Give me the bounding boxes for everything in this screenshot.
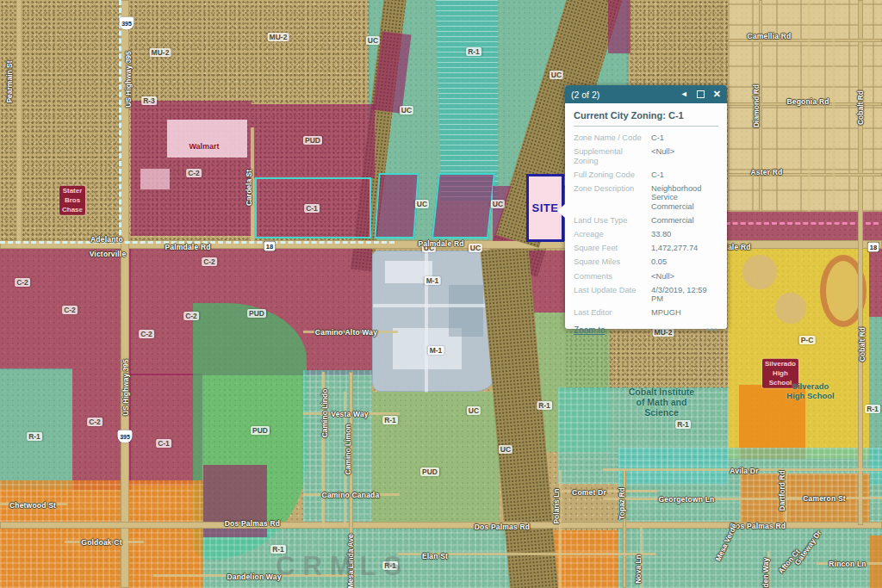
m1-drive-h xyxy=(373,304,499,307)
parcel-outlined-3[interactable] xyxy=(432,173,495,238)
field-label: Land Use Type xyxy=(574,216,648,226)
m1-yard xyxy=(449,285,483,337)
field-value: <Null> xyxy=(651,147,718,165)
field-label: Full Zoning Code xyxy=(574,170,648,180)
road-label: Comet Dr xyxy=(572,488,606,497)
zone-m1-industrial[interactable] xyxy=(372,251,498,392)
zone-label: R-1 xyxy=(537,401,552,410)
zone-label: P-C xyxy=(799,336,816,344)
field-value: MPUGH xyxy=(651,308,718,318)
zone-label: C-2 xyxy=(186,169,202,177)
field-value: 1,472,277.74 xyxy=(651,244,718,253)
popup-fields: Zone Name / CodeC-1 Supplemental Zoning<… xyxy=(574,133,718,318)
us395-shield: 395 xyxy=(118,430,133,443)
previous-feature-icon[interactable]: ◄ xyxy=(680,90,688,98)
zone-label: M-1 xyxy=(428,346,444,355)
zoning-info-popup[interactable]: (2 of 2) ◄ ✕ Current City Zoning: C-1 Zo… xyxy=(565,85,727,329)
road-cobalt xyxy=(858,0,863,525)
road-label: Camellia Rd xyxy=(748,32,792,40)
popup-body: Current City Zoning: C-1 Zone Name / Cod… xyxy=(565,103,727,335)
road-label: Aster Rd xyxy=(750,168,782,176)
zone-maroon-west-lower[interactable] xyxy=(129,374,202,486)
crmls-watermark: CRMLS xyxy=(276,551,409,582)
road-label: Dos Palmas Rd xyxy=(225,519,280,528)
site-label: SITE xyxy=(532,201,559,214)
field-label: Comments xyxy=(574,272,648,282)
field-value: <Null> xyxy=(651,272,718,282)
zone-label: R-3 xyxy=(141,96,157,105)
field-label: Acreage xyxy=(574,230,648,239)
road-label: Chetwood St xyxy=(9,501,56,510)
road-label: Camino Canada xyxy=(322,491,380,499)
street-label-vertical: Diamond Rd xyxy=(752,84,761,127)
street-label-vertical: Cobalt Rd xyxy=(858,327,866,362)
zone-camino-tract[interactable] xyxy=(303,370,372,527)
popup-divider xyxy=(574,126,718,127)
street-label-vertical: Nova Ln xyxy=(634,554,643,584)
zone-striped-field[interactable] xyxy=(436,0,498,201)
popup-pager: (2 of 2) xyxy=(571,90,599,100)
zone-label: UC xyxy=(400,106,413,115)
zone-label: C-2 xyxy=(62,306,78,314)
street-label-vertical: Eden Way xyxy=(761,558,770,588)
zone-label: R-1 xyxy=(865,405,880,413)
zone-label: PUD xyxy=(303,136,322,145)
road-label: Goldoak Ct xyxy=(81,538,121,547)
field-label: Square Miles xyxy=(574,257,648,267)
zone-label: UC xyxy=(366,36,380,45)
field-value: Neighborhood Service Commercial xyxy=(651,184,718,212)
field-label: Zone Name / Code xyxy=(574,133,648,143)
zone-maroon-ne-sliver[interactable] xyxy=(608,0,630,53)
field-value: 4/3/2019, 12:59 PM xyxy=(651,286,718,304)
popup-footer: Zoom to ••• xyxy=(574,325,718,335)
field-label: Square Feet xyxy=(574,244,648,253)
field-value: Commercial xyxy=(651,216,718,226)
road-label: Palmdale Rd xyxy=(165,243,210,251)
street-label-vertical: Dartford Rd xyxy=(778,470,786,511)
street-label-vertical: Pearmain St xyxy=(5,60,14,102)
zone-label: R-1 xyxy=(382,416,398,424)
road-label: Begonia Rd xyxy=(786,97,829,106)
zoning-map-canvas[interactable]: 395 395 18 18 MU-2MU-2R-3C-2PUDC-1UCR-1U… xyxy=(0,0,882,588)
field-label: Last Update Date xyxy=(574,286,648,304)
road-label: Georgetown Ln xyxy=(659,495,715,504)
road-label: Cameron St xyxy=(803,494,846,503)
maximize-icon[interactable] xyxy=(697,90,705,98)
field-value: 33.80 xyxy=(651,230,718,239)
zone-label: R-1 xyxy=(466,47,481,56)
zone-r1-west[interactable] xyxy=(0,368,72,489)
zone-label: UC xyxy=(469,244,482,252)
field-label: Last Editor xyxy=(574,308,648,318)
baseball-field xyxy=(775,293,806,324)
zone-orange-bottom-left[interactable] xyxy=(0,480,203,588)
us395-shield: 395 xyxy=(120,17,134,30)
zoom-to-link[interactable]: Zoom to xyxy=(574,325,606,335)
poi-silverado-plain: Silverado High School xyxy=(786,382,834,401)
road-ne-lane xyxy=(808,0,811,212)
zone-label: C-2 xyxy=(202,257,217,266)
road-label: Victorville xyxy=(90,250,127,258)
zone-label: C-2 xyxy=(183,312,199,320)
road-label: Vesta Way xyxy=(331,410,369,418)
road-label: Dandelion Way xyxy=(227,573,281,581)
zone-label: R-1 xyxy=(27,432,42,441)
zone-label: MU-2 xyxy=(150,48,171,57)
road-label: Adelanto xyxy=(90,235,123,244)
close-icon[interactable]: ✕ xyxy=(713,90,721,99)
popup-header[interactable]: (2 of 2) ◄ ✕ xyxy=(565,85,727,103)
walmart-building xyxy=(167,120,247,158)
zone-maroon-far-east-sliver[interactable] xyxy=(869,248,882,317)
zone-label: PUD xyxy=(251,426,270,435)
zone-label: C-2 xyxy=(87,418,102,426)
parcel-outlined-2[interactable] xyxy=(374,173,419,238)
street-label-vertical: Topaz Rd xyxy=(618,487,626,520)
street-label-vertical: Polaris Ln xyxy=(552,488,561,523)
poi-cobalt-institute: Cobalt Institute of Math and Science xyxy=(629,387,694,418)
field-value: 0.05 xyxy=(651,257,718,267)
road-label: Camino Alto Way xyxy=(315,328,377,337)
zone-label: UC xyxy=(491,200,505,208)
more-options-button[interactable]: ••• xyxy=(706,325,718,334)
sr18-shield: 18 xyxy=(868,243,879,252)
street-label-vertical: US Highway 395 xyxy=(121,359,130,416)
zone-label: M-1 xyxy=(425,276,441,285)
